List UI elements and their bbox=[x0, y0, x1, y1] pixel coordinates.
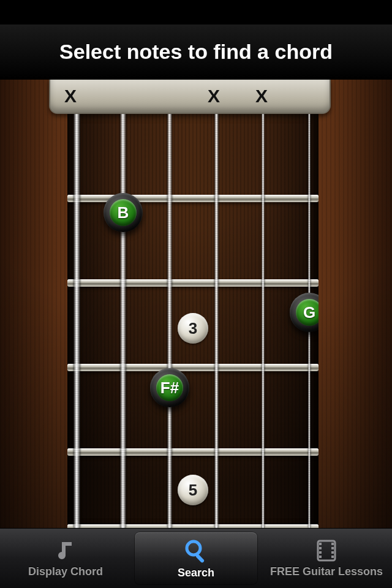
note-marker[interactable]: B bbox=[104, 193, 143, 232]
string-1[interactable] bbox=[74, 114, 80, 528]
note-label: B bbox=[118, 203, 129, 222]
fret-inlay: 3 bbox=[178, 313, 208, 344]
tab-bar: Display ChordSearchFREE Guitar Lessons bbox=[0, 528, 392, 588]
note-label: F# bbox=[160, 379, 179, 398]
nut-slot-4[interactable]: X bbox=[205, 86, 223, 107]
string-3[interactable] bbox=[167, 114, 172, 528]
svg-rect-4 bbox=[319, 547, 322, 549]
svg-rect-3 bbox=[319, 543, 322, 545]
tab-label: FREE Guitar Lessons bbox=[270, 565, 383, 578]
string-2[interactable] bbox=[120, 114, 126, 528]
status-bar-gap bbox=[0, 0, 392, 24]
tab-label: Display Chord bbox=[28, 565, 103, 578]
svg-rect-10 bbox=[331, 556, 334, 558]
svg-point-0 bbox=[187, 541, 200, 555]
nut-slot-1[interactable]: X bbox=[61, 86, 80, 107]
tab-search[interactable]: Search bbox=[135, 532, 257, 584]
nut-slot-5[interactable]: X bbox=[252, 86, 271, 107]
tab-label: Search bbox=[178, 567, 214, 579]
svg-rect-9 bbox=[331, 551, 334, 554]
string-5[interactable] bbox=[262, 114, 265, 528]
film-strip-icon bbox=[314, 538, 339, 563]
note-marker[interactable]: F# bbox=[150, 368, 189, 407]
fret-3 bbox=[67, 364, 318, 371]
svg-rect-6 bbox=[319, 556, 322, 558]
header-title: Select notes to find a chord bbox=[59, 40, 333, 64]
tab-lessons[interactable]: FREE Guitar Lessons bbox=[261, 529, 392, 588]
note-label: G bbox=[303, 303, 315, 322]
svg-rect-1 bbox=[195, 554, 205, 564]
nut-bar[interactable]: XXX bbox=[49, 80, 331, 114]
magnifier-icon bbox=[183, 537, 209, 564]
header: Select notes to find a chord bbox=[0, 24, 392, 80]
svg-rect-5 bbox=[319, 551, 322, 554]
tab-display-chord[interactable]: Display Chord bbox=[0, 529, 131, 588]
note-marker[interactable]: G bbox=[290, 293, 318, 332]
fret-1 bbox=[67, 195, 318, 202]
fret-2 bbox=[67, 279, 318, 287]
string-4[interactable] bbox=[214, 114, 219, 528]
fret-inlay: 5 bbox=[178, 475, 208, 505]
music-note-icon bbox=[53, 538, 78, 563]
svg-rect-7 bbox=[331, 543, 334, 545]
fret-4 bbox=[67, 448, 318, 456]
svg-rect-8 bbox=[331, 547, 334, 549]
fretboard[interactable]: 35BF#G bbox=[67, 114, 318, 528]
